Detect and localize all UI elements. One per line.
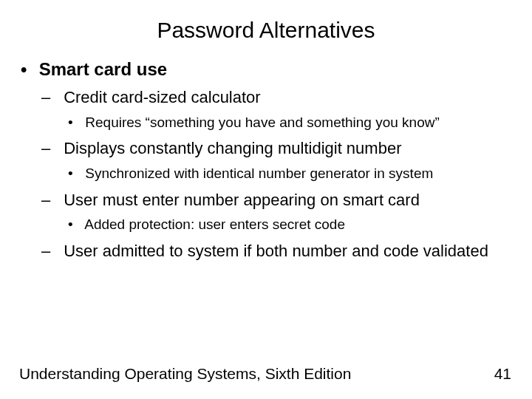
bullet-text: Displays constantly changing multidigit …	[64, 139, 401, 157]
list-item: User admitted to system if both number a…	[59, 241, 511, 262]
bullet-list-level1: Smart card use Credit card-sized calcula…	[21, 59, 511, 261]
bullet-list-level3: Added protection: user enters secret cod…	[59, 216, 511, 233]
list-item: Smart card use Credit card-sized calcula…	[34, 59, 511, 261]
bullet-text: User admitted to system if both number a…	[64, 242, 488, 260]
bullet-text: Credit card-sized calculator	[64, 88, 261, 106]
bullet-list-level3: Synchronized with identical number gener…	[59, 165, 511, 183]
list-item: Credit card-sized calculator Requires “s…	[59, 87, 511, 131]
bullet-text: Smart card use	[39, 59, 167, 79]
bullet-text: Requires “something you have and somethi…	[85, 115, 440, 130]
bullet-list-level2: Credit card-sized calculator Requires “s…	[34, 87, 511, 261]
slide: Password Alternatives Smart card use Cre…	[0, 0, 532, 399]
list-item: Synchronized with identical number gener…	[81, 165, 511, 183]
slide-title: Password Alternatives	[21, 18, 511, 43]
list-item: Requires “something you have and somethi…	[81, 114, 511, 132]
list-item: Displays constantly changing multidigit …	[59, 138, 511, 182]
footer-source: Understanding Operating Systems, Sixth E…	[19, 365, 351, 383]
bullet-list-level3: Requires “something you have and somethi…	[59, 114, 511, 132]
bullet-text: Added protection: user enters secret cod…	[84, 216, 345, 232]
page-number: 41	[494, 365, 511, 383]
bullet-text: Synchronized with identical number gener…	[85, 166, 433, 181]
bullet-text: User must enter number appearing on smar…	[64, 191, 420, 209]
list-item: User must enter number appearing on smar…	[59, 190, 511, 233]
slide-footer: Understanding Operating Systems, Sixth E…	[19, 365, 511, 383]
list-item: Added protection: user enters secret cod…	[81, 216, 511, 233]
